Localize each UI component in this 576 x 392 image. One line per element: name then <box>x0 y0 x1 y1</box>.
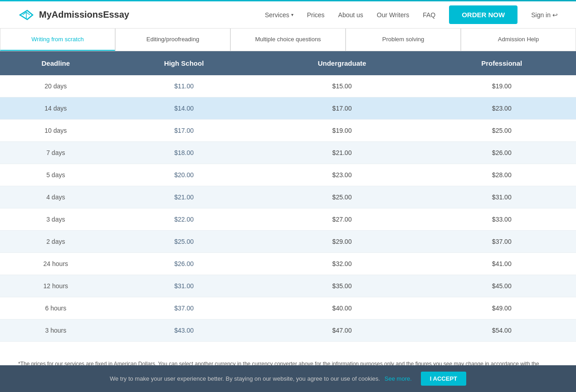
price-table: Deadline High School Undergraduate Profe… <box>0 51 576 342</box>
cell-deadline: 7 days <box>0 142 112 164</box>
cell-high-school: $43.00 <box>112 319 257 342</box>
order-now-button[interactable]: ORDER NOW <box>449 5 517 24</box>
cell-undergraduate: $32.00 <box>257 253 428 275</box>
cell-professional: $23.00 <box>428 97 576 120</box>
cell-undergraduate: $40.00 <box>257 297 428 319</box>
col-deadline: Deadline <box>0 51 112 75</box>
table-row[interactable]: 12 hours $31.00 $35.00 $45.00 <box>0 275 576 297</box>
cell-deadline: 3 hours <box>0 319 112 342</box>
cell-deadline: 2 days <box>0 231 112 253</box>
cell-deadline: 3 days <box>0 208 112 231</box>
tab-admission-help[interactable]: Admission Help <box>461 29 576 51</box>
table-row[interactable]: 5 days $20.00 $23.00 $28.00 <box>0 164 576 186</box>
cell-deadline: 5 days <box>0 164 112 186</box>
cell-deadline: 4 days <box>0 186 112 208</box>
cell-professional: $19.00 <box>428 75 576 97</box>
cell-high-school: $20.00 <box>112 164 257 186</box>
table-header: Deadline High School Undergraduate Profe… <box>0 51 576 75</box>
cell-undergraduate: $15.00 <box>257 75 428 97</box>
cell-professional: $54.00 <box>428 319 576 342</box>
cell-professional: $25.00 <box>428 120 576 142</box>
cell-undergraduate: $35.00 <box>257 275 428 297</box>
table-row[interactable]: 10 days $17.00 $19.00 $25.00 <box>0 120 576 142</box>
cell-high-school: $17.00 <box>112 120 257 142</box>
nav-faq[interactable]: FAQ <box>423 11 435 19</box>
cell-deadline: 6 hours <box>0 297 112 319</box>
cell-professional: $33.00 <box>428 208 576 231</box>
nav-writers[interactable]: Our Writers <box>377 11 409 19</box>
signin-icon: ↩ <box>552 11 558 19</box>
logo[interactable]: MyAdmissionsEssay <box>18 7 129 23</box>
table-body: 20 days $11.00 $15.00 $19.00 14 days $14… <box>0 75 576 342</box>
cell-deadline: 20 days <box>0 75 112 97</box>
cell-professional: $41.00 <box>428 253 576 275</box>
cell-professional: $45.00 <box>428 275 576 297</box>
table-row[interactable]: 6 hours $37.00 $40.00 $49.00 <box>0 297 576 319</box>
tab-problem-solving[interactable]: Problem solving <box>346 29 461 51</box>
logo-text: MyAdmissionsEssay <box>39 10 129 20</box>
cell-professional: $28.00 <box>428 164 576 186</box>
cookie-see-more-link[interactable]: See more. <box>385 375 412 382</box>
tab-multiple-choice[interactable]: Multiple choice questions <box>230 29 346 51</box>
cookie-banner: We try to make your user experience bett… <box>0 365 576 386</box>
table-row[interactable]: 3 hours $43.00 $47.00 $54.00 <box>0 319 576 342</box>
cell-undergraduate: $23.00 <box>257 164 428 186</box>
cell-high-school: $18.00 <box>112 142 257 164</box>
cell-professional: $26.00 <box>428 142 576 164</box>
col-undergraduate: Undergraduate <box>257 51 428 75</box>
cell-professional: $49.00 <box>428 297 576 319</box>
cell-high-school: $26.00 <box>112 253 257 275</box>
table-row[interactable]: 14 days $14.00 $17.00 $23.00 <box>0 97 576 120</box>
table-row[interactable]: 2 days $25.00 $29.00 $37.00 <box>0 231 576 253</box>
col-high-school: High School <box>112 51 257 75</box>
services-chevron-icon: ▾ <box>291 12 293 17</box>
table-row[interactable]: 7 days $18.00 $21.00 $26.00 <box>0 142 576 164</box>
main-nav: Services ▾ Prices About us Our Writers F… <box>265 5 558 24</box>
cell-deadline: 14 days <box>0 97 112 120</box>
cell-high-school: $22.00 <box>112 208 257 231</box>
header: MyAdmissionsEssay Services ▾ Prices Abou… <box>0 1 576 29</box>
cell-undergraduate: $21.00 <box>257 142 428 164</box>
cell-deadline: 12 hours <box>0 275 112 297</box>
nav-prices[interactable]: Prices <box>307 11 325 19</box>
sign-in-link[interactable]: Sign in ↩ <box>531 11 558 19</box>
cell-high-school: $11.00 <box>112 75 257 97</box>
cell-high-school: $37.00 <box>112 297 257 319</box>
logo-icon <box>18 7 34 23</box>
tab-editing-proofreading[interactable]: Editing/proofreading <box>115 29 230 51</box>
table-row[interactable]: 20 days $11.00 $15.00 $19.00 <box>0 75 576 97</box>
cell-professional: $37.00 <box>428 231 576 253</box>
cell-high-school: $25.00 <box>112 231 257 253</box>
cell-undergraduate: $17.00 <box>257 97 428 120</box>
nav-about[interactable]: About us <box>338 11 363 19</box>
table-row[interactable]: 24 hours $26.00 $32.00 $41.00 <box>0 253 576 275</box>
col-professional: Professional <box>428 51 576 75</box>
cell-deadline: 24 hours <box>0 253 112 275</box>
cell-high-school: $31.00 <box>112 275 257 297</box>
cell-high-school: $14.00 <box>112 97 257 120</box>
nav-services[interactable]: Services ▾ <box>265 11 293 19</box>
cell-undergraduate: $47.00 <box>257 319 428 342</box>
cell-high-school: $21.00 <box>112 186 257 208</box>
tab-writing-from-scratch[interactable]: Writing from scratch <box>0 29 115 51</box>
cell-undergraduate: $27.00 <box>257 208 428 231</box>
price-table-container: Deadline High School Undergraduate Profe… <box>0 51 576 351</box>
table-row[interactable]: 4 days $21.00 $25.00 $31.00 <box>0 186 576 208</box>
cell-undergraduate: $25.00 <box>257 186 428 208</box>
cell-professional: $31.00 <box>428 186 576 208</box>
service-tabs: Writing from scratch Editing/proofreadin… <box>0 29 576 51</box>
cell-undergraduate: $29.00 <box>257 231 428 253</box>
cookie-accept-button[interactable]: I ACCEPT <box>421 372 466 386</box>
cookie-message: We try to make your user experience bett… <box>110 375 380 382</box>
cell-undergraduate: $19.00 <box>257 120 428 142</box>
cell-deadline: 10 days <box>0 120 112 142</box>
table-row[interactable]: 3 days $22.00 $27.00 $33.00 <box>0 208 576 231</box>
